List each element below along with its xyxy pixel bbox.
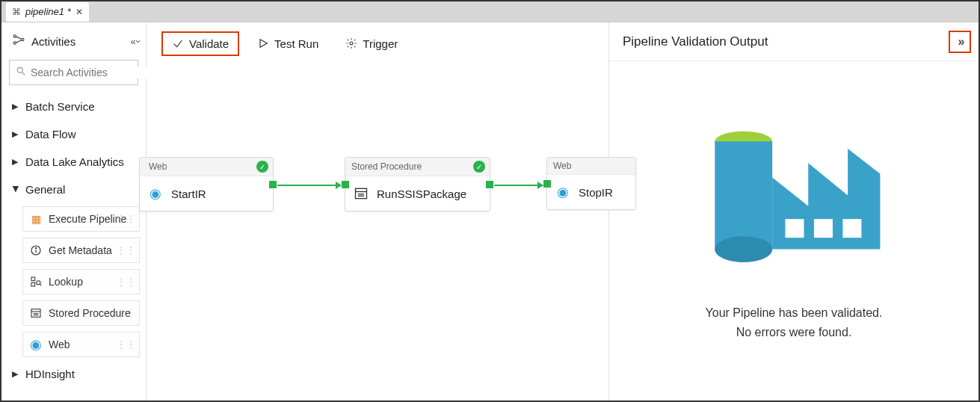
svg-point-10 [37,281,40,285]
svg-rect-8 [31,277,35,281]
validation-output-panel: Pipeline Validation Output » Your Pipeli… [608,22,979,401]
canvas-toolbar: Validate Test Run Trigger [147,22,608,64]
close-icon[interactable]: ✕ [75,7,83,17]
play-icon [257,37,269,49]
svg-rect-18 [356,188,367,198]
activity-header: Stored Procedure ✓ [345,158,490,176]
web-icon: ◉ [555,184,571,200]
svg-rect-9 [31,282,35,286]
sidebar-group-batch-service[interactable]: ▶Batch Service [1,93,146,120]
svg-point-3 [17,67,22,72]
svg-point-23 [715,236,772,262]
tab-label: pipeline1 * [25,6,71,17]
validate-button[interactable]: Validate [161,31,239,56]
svg-point-2 [22,38,24,40]
svg-point-17 [350,42,353,45]
tab-pipeline1[interactable]: ⌘ pipeline1 * ✕ [6,2,89,22]
connector-1[interactable] [277,185,341,186]
stored-procedure-icon [29,306,43,320]
sidebar-item-lookup[interactable]: Lookup ⋮⋮ [22,269,140,294]
activity-name: StartIR [171,188,206,200]
trigger-button[interactable]: Trigger [336,33,407,55]
drag-grip-icon[interactable]: ⋮⋮ [117,308,136,318]
caret-right-icon: ▶ [12,102,19,111]
search-input[interactable] [31,67,161,78]
activity-header: Web ✓ [140,158,273,176]
svg-marker-16 [260,40,267,48]
svg-point-0 [13,35,16,37]
panel-title: Pipeline Validation Output [623,34,768,49]
info-icon [29,244,43,257]
activity-stopir[interactable]: Web ◉ StopIR [546,157,636,210]
svg-rect-26 [842,219,861,238]
web-icon: ◉ [29,338,43,351]
sidebar-group-hdinsight[interactable]: ▶HDInsight [1,360,146,388]
caret-right-icon: ▶ [12,369,19,379]
validation-message: Your Pipeline has been validated. No err… [706,303,883,341]
chevron-right-double-icon: » [958,35,962,49]
output-port[interactable] [269,181,277,188]
test-run-button[interactable]: Test Run [248,33,327,55]
success-status-icon: ✓ [473,161,485,173]
sidebar-group-data-lake-analytics[interactable]: ▶Data Lake Analytics [1,148,146,176]
sidebar-item-stored-procedure[interactable]: Stored Procedure ⋮⋮ [22,300,140,326]
activity-name: StopIR [579,186,613,199]
drag-grip-icon[interactable]: ⋮⋮ [117,245,136,256]
input-port[interactable] [342,181,349,188]
tab-bar: ⌘ pipeline1 * ✕ [1,1,979,22]
pipeline-icon: ⌘ [12,7,21,17]
activity-startir[interactable]: Web ✓ ◉ StartIR [139,157,274,211]
success-status-icon: ✓ [256,161,268,173]
sidebar-header: Activities « › [1,22,146,60]
activities-icon [12,33,25,49]
drag-grip-icon[interactable]: ⋮⋮ [117,276,136,287]
svg-line-4 [22,72,25,75]
activity-header: Web [547,158,635,175]
connector-2[interactable] [494,185,543,186]
svg-rect-25 [814,219,833,238]
activities-sidebar: Activities « › ▶Batch Service ▶Data Flow… [1,22,147,401]
sidebar-item-web[interactable]: ◉ Web ⋮⋮ [22,332,140,357]
web-icon: ◉ [147,185,164,202]
chevron-down-icon[interactable]: › [132,40,144,43]
svg-rect-12 [31,309,40,318]
caret-right-icon: ▶ [12,129,19,139]
stored-procedure-icon [353,185,369,202]
caret-right-icon: ▶ [12,157,19,167]
sidebar-group-data-flow[interactable]: ▶Data Flow [1,120,146,148]
factory-illustration [700,91,887,278]
pipeline-canvas[interactable]: Validate Test Run Trigger Web ✓ ◉ StartI… [147,22,608,401]
sidebar-item-execute-pipeline[interactable]: ▦ Execute Pipeline ⋮⋮ [22,206,140,232]
sidebar-item-get-metadata[interactable]: Get Metadata ⋮⋮ [22,238,140,263]
sidebar-group-general[interactable]: ▶General [1,176,146,203]
lookup-icon [29,275,43,288]
output-port[interactable] [486,181,493,188]
caret-down-icon: ▶ [11,186,21,194]
collapse-all-icon[interactable]: « [130,36,132,47]
input-port[interactable] [543,180,551,188]
drag-grip-icon[interactable]: ⋮⋮ [117,214,136,224]
svg-rect-24 [785,219,804,238]
svg-point-1 [13,42,16,44]
check-icon [172,37,184,49]
collapse-panel-button[interactable]: » [949,31,971,53]
activity-runssispackage[interactable]: Stored Procedure ✓ RunSSISPackage [345,157,490,211]
search-activities[interactable] [9,60,138,85]
sidebar-title: Activities [31,35,75,48]
search-icon [16,66,26,79]
drag-grip-icon[interactable]: ⋮⋮ [117,339,136,350]
gear-icon [345,37,357,49]
svg-point-7 [35,247,36,248]
svg-line-11 [40,284,41,285]
activity-name: RunSSISPackage [377,188,466,200]
execute-pipeline-icon: ▦ [29,212,43,226]
